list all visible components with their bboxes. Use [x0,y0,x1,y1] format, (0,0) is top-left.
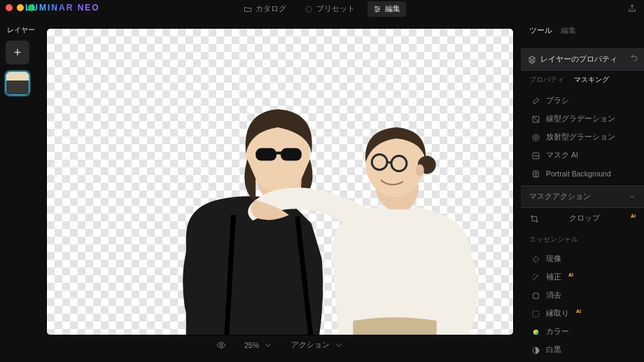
tool-brush-label: ブラシ [546,96,569,106]
tool-bw-label: 白黒 [546,345,561,355]
brush-icon [531,97,540,106]
svg-rect-6 [276,152,282,155]
layers-panel: レイヤー + [0,18,39,362]
tool-enhance[interactable]: 補正 AI [521,268,644,286]
right-tab-tool[interactable]: ツール [529,25,552,36]
svg-rect-19 [533,293,538,298]
undo-icon [630,53,638,62]
select-icon [531,309,540,319]
close-window[interactable] [6,4,13,11]
tab-catalog[interactable]: カタログ [238,1,292,17]
canvas[interactable] [46,28,514,335]
layer-props-title: レイヤーのプロパティ [540,55,617,64]
portrait-icon [531,169,540,179]
masking-tool-list: ブラシ 線型グラデーション 放射型グラーション マスク AI Portrait … [521,89,644,186]
tool-linear-label: 線型グラデーション [546,114,615,124]
layer-thumb[interactable] [6,71,29,95]
tool-enhance-label: 補正 [546,272,561,282]
tool-bw[interactable]: 白黒 [521,341,644,359]
wand-icon [531,273,540,282]
color-wheel-icon [531,328,540,337]
titlebar: LUMINAR NEO カタログ プリセット 編集 [0,0,644,18]
svg-rect-5 [281,148,302,161]
add-layer-button[interactable]: + [6,41,29,64]
photo [47,29,513,335]
tool-crop[interactable]: クロップ AI [521,208,644,229]
tool-linear-gradient[interactable]: 線型グラデーション [521,110,644,128]
canvas-statusbar: 25% アクション [46,335,514,355]
radial-gradient-icon [531,133,540,142]
share-icon [627,4,637,13]
chevron-down-icon [334,340,344,350]
svg-point-12 [220,344,223,347]
tool-detail[interactable]: 詳細 [521,359,644,362]
mask-ai-icon [531,151,540,160]
subtab-masking[interactable]: マスキング [574,75,609,85]
share-button[interactable] [627,4,637,16]
tool-maskai-label: マスク AI [546,151,578,160]
eye-icon [216,340,226,350]
ai-badge: AI [631,214,636,218]
chevron-down-icon [629,193,636,200]
tool-clip[interactable]: 縁取り AI [521,305,644,323]
layers-icon [528,55,536,64]
tab-presets-label: プリセット [316,4,355,14]
svg-rect-20 [533,311,539,317]
right-tab-edit[interactable]: 編集 [561,25,576,36]
tool-mask-ai[interactable]: マスク AI [521,146,644,165]
mask-action-bar[interactable]: マスクアクション [521,186,644,208]
tool-portrait-bg[interactable]: Portrait Background [521,165,644,183]
svg-point-15 [534,136,536,138]
essentials-list: 現像 補正 AI 消去 縁取り AI [521,247,644,362]
tool-brush[interactable]: ブラシ [521,92,644,110]
svg-point-9 [416,164,424,176]
tab-edit-label: 編集 [385,4,400,14]
minimize-window[interactable] [17,4,24,11]
action-label: アクション [291,340,330,350]
svg-point-14 [533,134,539,141]
tab-catalog-label: カタログ [255,4,286,14]
tool-color-label: カラー [546,327,569,337]
tool-radial-gradient[interactable]: 放射型グラーション [521,128,644,146]
layers-title: レイヤー [6,25,39,35]
app-brand: LUMINAR NEO [25,3,100,13]
action-menu[interactable]: アクション [291,340,344,350]
tool-clip-label: 縁取り [546,309,569,319]
zoom-select[interactable]: 25% [244,340,273,350]
essentials-label: エッセンシャル [521,229,644,247]
tab-edit[interactable]: 編集 [368,1,406,17]
ai-badge: AI [576,309,581,314]
tool-develop[interactable]: 現像 [521,250,644,268]
right-panel: ツール 編集 レイヤーのプロパティ プロパティ マスキング ブラシ [521,18,644,362]
bw-icon [531,346,540,355]
sliders-icon [373,5,382,13]
svg-point-21 [533,329,538,335]
sparkle-icon [531,255,540,264]
eraser-icon [531,291,540,300]
undo-button[interactable] [630,53,638,63]
ai-badge: AI [568,272,573,277]
tool-crop-label: クロップ [569,214,600,223]
zoom-label: 25% [244,341,259,349]
tab-presets[interactable]: プリセット [299,1,360,17]
canvas-area: 25% アクション [39,18,521,362]
linear-gradient-icon [531,115,540,124]
layer-props-header[interactable]: レイヤーのプロパティ [521,48,644,71]
mask-action-label: マスクアクション [529,192,591,202]
tool-erase[interactable]: 消去 [521,286,644,305]
tool-radial-label: 放射型グラーション [546,132,615,142]
tool-erase-label: 消去 [546,291,561,300]
tool-develop-label: 現像 [546,254,561,264]
tool-portrait-label: Portrait Background [546,169,611,178]
sparkle-icon [304,5,313,13]
crop-icon [530,214,539,223]
chevron-down-icon [263,340,273,350]
subtab-properties[interactable]: プロパティ [529,75,564,85]
svg-point-18 [534,172,536,174]
tool-color[interactable]: カラー [521,323,644,341]
svg-rect-4 [255,148,276,161]
folder-icon [244,5,252,13]
visibility-toggle[interactable] [216,340,226,350]
